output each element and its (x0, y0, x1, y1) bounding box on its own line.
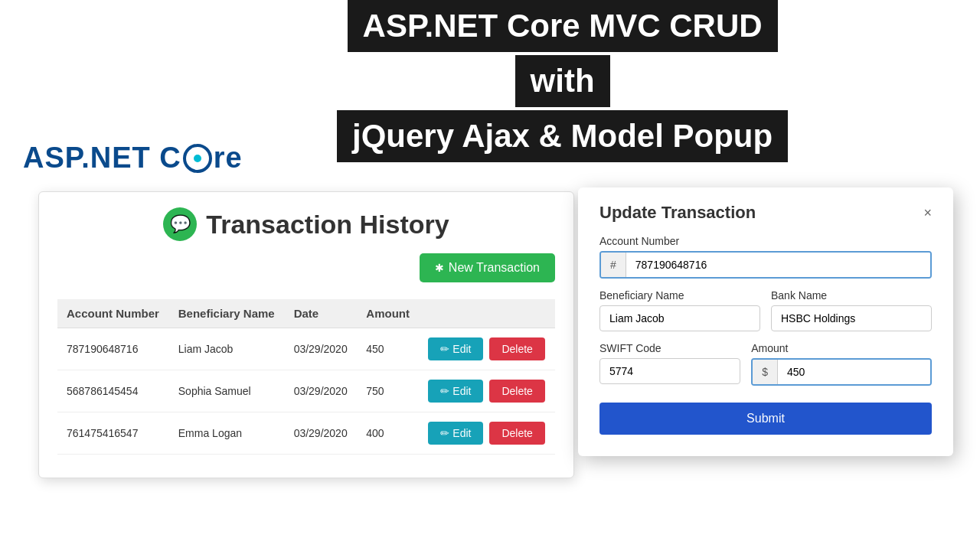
cell-date: 03/29/2020 (285, 370, 358, 412)
col-date: Date (285, 299, 358, 328)
beneficiary-name-input[interactable] (599, 305, 760, 331)
cell-beneficiary: Sophia Samuel (169, 370, 285, 412)
logo-text-before: ASP.NET C (23, 142, 181, 174)
table-row: 787190648716 Liam Jacob 03/29/2020 450 ✏… (57, 328, 555, 370)
cell-date: 03/29/2020 (285, 412, 358, 455)
amount-group: Amount $ (751, 342, 932, 386)
transaction-panel: 💬 Transaction History New Transaction Ac… (38, 191, 574, 478)
edit-button[interactable]: ✏ Edit (428, 422, 483, 445)
beneficiary-name-label: Beneficiary Name (599, 289, 760, 302)
panel-header: 💬 Transaction History (57, 207, 555, 241)
swift-code-group: SWIFT Code (599, 342, 740, 386)
update-transaction-modal: Update Transaction × Account Number # Be… (578, 187, 953, 456)
delete-button[interactable]: Delete (489, 380, 544, 403)
swift-amount-row: SWIFT Code Amount $ (599, 342, 932, 386)
cell-account: 787190648716 (57, 328, 169, 370)
bank-name-input[interactable] (771, 305, 932, 331)
title-line3: jQuery Ajax & Model Popup (337, 110, 788, 162)
panel-title: Transaction History (206, 210, 449, 240)
new-transaction-button[interactable]: New Transaction (420, 253, 555, 282)
title-line1: ASP.NET Core MVC CRUD (348, 0, 778, 52)
edit-button[interactable]: ✏ Edit (428, 380, 483, 403)
bank-name-label: Bank Name (771, 289, 932, 302)
cell-beneficiary: Emma Logan (169, 412, 285, 455)
transaction-table: Account Number Beneficiary Name Date Amo… (57, 299, 555, 455)
title-line2: with (515, 55, 610, 107)
cell-amount: 750 (357, 370, 419, 412)
col-amount: Amount (357, 299, 419, 328)
col-account: Account Number (57, 299, 169, 328)
bank-name-group: Bank Name (771, 289, 932, 331)
cell-amount: 400 (357, 412, 419, 455)
col-actions (419, 299, 555, 328)
amount-prefix: $ (753, 360, 778, 384)
logo-o-icon (183, 144, 212, 173)
cell-date: 03/29/2020 (285, 328, 358, 370)
cell-actions: ✏ Edit Delete (419, 412, 555, 455)
title-area: ASP.NET Core MVC CRUD with jQuery Ajax &… (337, 0, 788, 162)
col-beneficiary: Beneficiary Name (169, 299, 285, 328)
table-row: 568786145454 Sophia Samuel 03/29/2020 75… (57, 370, 555, 412)
beneficiary-bank-row: Beneficiary Name Bank Name (599, 289, 932, 331)
account-number-group: Account Number # (599, 235, 932, 279)
modal-close-button[interactable]: × (923, 205, 932, 221)
cell-account: 761475416547 (57, 412, 169, 455)
cell-actions: ✏ Edit Delete (419, 328, 555, 370)
account-number-prefix: # (601, 253, 626, 277)
cell-amount: 450 (357, 328, 419, 370)
cell-beneficiary: Liam Jacob (169, 328, 285, 370)
swift-code-input[interactable] (599, 358, 740, 384)
amount-input[interactable] (778, 360, 930, 384)
transaction-tbody: 787190648716 Liam Jacob 03/29/2020 450 ✏… (57, 328, 555, 455)
cell-actions: ✏ Edit Delete (419, 370, 555, 412)
delete-button[interactable]: Delete (489, 422, 544, 445)
table-header: Account Number Beneficiary Name Date Amo… (57, 299, 555, 328)
account-number-input[interactable] (626, 253, 930, 277)
swift-code-label: SWIFT Code (599, 342, 740, 354)
btn-row: New Transaction (57, 253, 555, 290)
beneficiary-name-group: Beneficiary Name (599, 289, 760, 331)
logo-text-after: re (214, 142, 243, 174)
cell-account: 568786145454 (57, 370, 169, 412)
modal-title: Update Transaction (599, 203, 756, 223)
amount-input-wrapper: $ (751, 358, 932, 386)
delete-button[interactable]: Delete (489, 337, 544, 360)
modal-header: Update Transaction × (599, 203, 932, 223)
account-number-input-wrapper: # (599, 251, 932, 279)
aspnet-logo: ASP.NET C re (23, 142, 243, 174)
amount-label: Amount (751, 342, 932, 354)
panel-icon: 💬 (163, 207, 197, 241)
table-row: 761475416547 Emma Logan 03/29/2020 400 ✏… (57, 412, 555, 455)
submit-button[interactable]: Submit (599, 403, 932, 435)
account-number-label: Account Number (599, 235, 932, 247)
edit-button[interactable]: ✏ Edit (428, 337, 483, 360)
